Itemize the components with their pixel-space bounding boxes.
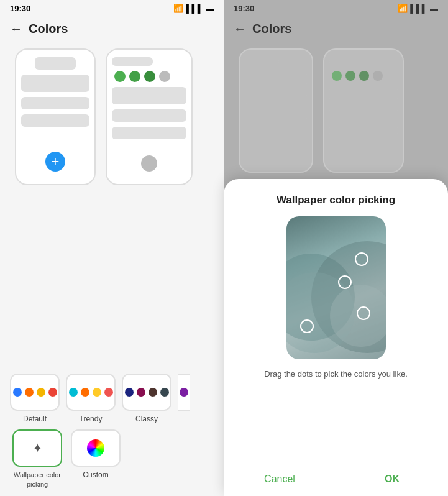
- rainbow-icon: [87, 439, 104, 457]
- r2-dot-2: [345, 71, 355, 81]
- picker-dot-3[interactable]: [357, 306, 370, 320]
- picker-dot-2[interactable]: [338, 275, 352, 289]
- modal-title: Wallpaper color picking: [277, 194, 395, 206]
- wallpaper-preview: [286, 216, 386, 359]
- r2-dot-3: [359, 71, 369, 81]
- classy-dots: [125, 388, 169, 397]
- theme-item-custom[interactable]: Custom: [71, 429, 121, 489]
- classy-dot-1: [125, 388, 134, 397]
- theme-card-trendy[interactable]: [66, 374, 116, 411]
- trendy-label: Trendy: [80, 415, 103, 423]
- signal-icon: ▌▌▌: [186, 4, 203, 13]
- trendy-dot-2: [81, 388, 89, 397]
- left-page-title: Colors: [29, 22, 68, 36]
- r2-mock-bar-4: [329, 124, 398, 137]
- theme-item-partial[interactable]: [178, 374, 190, 423]
- right-status-bar: 19:30 📶 ▌▌▌ ▬: [224, 0, 448, 17]
- modal-actions: Cancel OK: [224, 462, 448, 496]
- right-mock-bar-tall: [112, 87, 186, 104]
- theme-item-wallpaper[interactable]: ✦ Wallpaper color picking: [10, 429, 65, 489]
- r2-dots-row: [329, 71, 398, 81]
- right-mock-narrow: [112, 57, 153, 66]
- dot-gray: [159, 71, 170, 82]
- default-dot-2: [25, 388, 34, 397]
- trendy-dot-1: [69, 388, 78, 397]
- classy-dot-3: [149, 388, 157, 397]
- left-panel: 19:30 📶 ▌▌▌ ▬ ← Colors +: [0, 0, 224, 496]
- right-time: 19:30: [234, 4, 254, 13]
- partial-dots: [180, 388, 188, 397]
- cancel-button[interactable]: Cancel: [224, 462, 336, 496]
- mock-bar-tall-1: [21, 75, 89, 92]
- dot-green2: [129, 71, 140, 82]
- r-mock-bar-1: [245, 57, 279, 66]
- right-mock-bar-2: [112, 109, 186, 122]
- theme-card-default[interactable]: [10, 374, 60, 411]
- trendy-dot-4: [104, 388, 113, 397]
- classy-dot-4: [160, 388, 169, 397]
- right-back-button[interactable]: ←: [234, 22, 246, 36]
- right-mock-bar-3: [112, 127, 186, 139]
- left-status-icons: 📶 ▌▌▌ ▬: [173, 4, 214, 13]
- custom-card[interactable]: [71, 429, 121, 467]
- default-dots: [13, 388, 57, 397]
- wand-icon: ✦: [32, 441, 43, 456]
- r2-mock-bar-2: [329, 86, 398, 102]
- trendy-dots: [69, 388, 113, 397]
- custom-label: Custom: [83, 471, 108, 479]
- dot-green3: [144, 71, 155, 82]
- add-button[interactable]: +: [45, 152, 65, 172]
- default-dot-4: [48, 388, 57, 397]
- left-status-bar: 19:30 📶 ▌▌▌ ▬: [0, 0, 224, 17]
- picker-dot-1[interactable]: [355, 252, 368, 266]
- r-mock-bar-4: [245, 109, 307, 122]
- wifi-icon: 📶: [173, 4, 183, 13]
- picker-dot-4[interactable]: [300, 319, 314, 333]
- mock-bar-2: [21, 97, 89, 109]
- r2-dot-1: [332, 71, 342, 81]
- classy-label: Classy: [135, 415, 158, 423]
- r-mock-bar-3: [245, 92, 307, 104]
- default-label: Default: [23, 415, 47, 423]
- modal-hint: Drag the dots to pick the colors you lik…: [264, 369, 408, 379]
- battery-icon: ▬: [206, 4, 214, 13]
- right-mockups-area: [224, 48, 448, 173]
- right-battery-icon: ▬: [430, 4, 438, 13]
- classy-dot-2: [137, 388, 145, 397]
- left-header: ← Colors: [0, 17, 224, 44]
- left-time: 19:30: [10, 4, 30, 13]
- left-back-button[interactable]: ←: [10, 22, 22, 36]
- themes-section: Default Trendy: [0, 374, 224, 496]
- trendy-dot-3: [93, 388, 101, 397]
- wallpaper-card[interactable]: ✦: [12, 429, 62, 467]
- mock-bar-3: [21, 114, 89, 127]
- r2-mock-bar-1: [329, 57, 370, 66]
- modal-sheet: Wallpaper color picking Drag the dots to…: [224, 179, 448, 496]
- dots-row: [112, 71, 186, 82]
- default-dot-3: [37, 388, 45, 397]
- wallpaper-label: Wallpaper color picking: [10, 471, 65, 489]
- ok-button[interactable]: OK: [336, 462, 448, 496]
- theme-card-partial[interactable]: [178, 374, 190, 411]
- default-dot-1: [13, 388, 22, 397]
- right-phone-mock-right: [323, 48, 404, 173]
- r2-mock-bar-3: [329, 107, 398, 119]
- partial-dot-1: [180, 388, 188, 397]
- mockups-area: +: [0, 48, 224, 374]
- theme-item-default[interactable]: Default: [10, 374, 60, 423]
- right-signal-icon: ▌▌▌: [410, 4, 427, 13]
- theme-item-classy[interactable]: Classy: [122, 374, 171, 423]
- right-panel: 19:30 📶 ▌▌▌ ▬ ← Colors: [224, 0, 448, 496]
- phone-mockup-right: [106, 48, 193, 185]
- theme-item-trendy[interactable]: Trendy: [66, 374, 116, 423]
- right-header: ← Colors: [224, 17, 448, 44]
- right-status-icons: 📶 ▌▌▌ ▬: [398, 4, 438, 13]
- r2-dot-gray: [373, 71, 383, 81]
- right-wifi-icon: 📶: [398, 4, 408, 13]
- theme-card-classy[interactable]: [122, 374, 171, 411]
- right-page-title: Colors: [252, 22, 291, 36]
- right-phone-mock-left: [239, 48, 313, 173]
- mock-bar-narrow: [35, 57, 76, 70]
- dot-green1: [114, 71, 126, 82]
- gray-circle: [141, 155, 157, 172]
